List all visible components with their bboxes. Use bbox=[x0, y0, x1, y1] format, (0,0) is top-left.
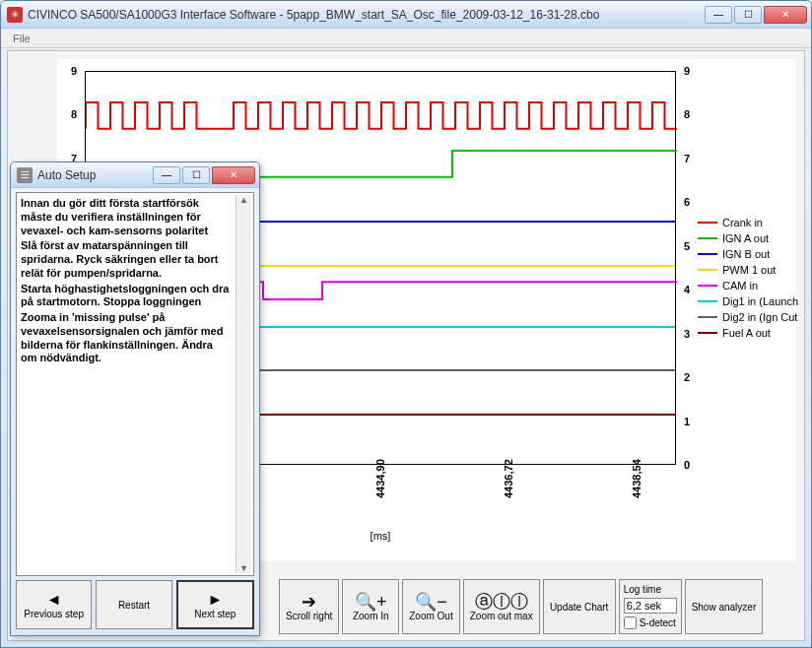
next-step-button[interactable]: ►Next step bbox=[176, 580, 254, 629]
legend-item: PWM 1 out bbox=[698, 264, 796, 276]
main-titlebar[interactable]: ✳ CIVINCO SA500/SA1000G3 Interface Softw… bbox=[1, 1, 811, 29]
menu-file[interactable]: File bbox=[7, 31, 36, 46]
zoom-out-max-button[interactable]: ⓐⓛⓛZoom out max bbox=[463, 579, 540, 634]
arrow-right-icon: ➔ bbox=[302, 593, 316, 611]
app-icon: ✳ bbox=[7, 7, 23, 23]
auto-setup-dialog[interactable]: ☰ Auto Setup — ☐ ✕ Innan du gör ditt för… bbox=[10, 162, 260, 636]
chart-legend: Crank inIGN A outIGN B outPWM 1 outCAM i… bbox=[698, 217, 796, 343]
legend-item: Dig2 in (Ign Cut bbox=[698, 311, 796, 323]
dialog-title: Auto Setup bbox=[37, 168, 151, 182]
zoom-all-icon: ⓐⓛⓛ bbox=[475, 593, 528, 611]
zoom-out-icon: 🔍− bbox=[415, 593, 447, 611]
dialog-body: Innan du gör ditt första startförsök mås… bbox=[16, 192, 254, 576]
restart-button[interactable]: Restart bbox=[96, 580, 171, 629]
menubar: File bbox=[1, 29, 811, 48]
close-button[interactable]: ✕ bbox=[764, 6, 807, 24]
log-time-label: Log time bbox=[624, 584, 677, 595]
window-controls: — ☐ ✕ bbox=[703, 6, 807, 24]
zoom-in-icon: 🔍+ bbox=[355, 593, 387, 611]
legend-item: CAM in bbox=[698, 280, 796, 292]
show-analyzer-button[interactable]: Show analyzer bbox=[685, 579, 764, 634]
legend-item: IGN A out bbox=[698, 232, 796, 244]
minimize-button[interactable]: — bbox=[705, 6, 732, 24]
dialog-maximize-button[interactable]: ☐ bbox=[182, 166, 210, 184]
dialog-icon: ☰ bbox=[17, 167, 33, 183]
previous-step-button[interactable]: ◄Previous step bbox=[16, 580, 92, 629]
legend-item: Dig1 in (Launch bbox=[698, 295, 796, 307]
log-time-input[interactable] bbox=[624, 598, 677, 614]
log-time-group: Log time S-detect bbox=[619, 579, 682, 634]
arrow-left-icon: ◄ bbox=[46, 591, 62, 609]
s-detect-checkbox-label[interactable]: S-detect bbox=[624, 616, 677, 629]
arrow-right-icon: ► bbox=[207, 591, 223, 609]
zoom-in-button[interactable]: 🔍+Zoom In bbox=[342, 579, 399, 634]
dialog-text: Innan du gör ditt första startförsök mås… bbox=[21, 197, 249, 365]
s-detect-checkbox[interactable] bbox=[624, 616, 637, 629]
update-chart-button[interactable]: Update Chart bbox=[543, 579, 616, 634]
legend-item: Crank in bbox=[698, 217, 796, 228]
legend-item: Fuel A out bbox=[698, 327, 796, 339]
dialog-close-button[interactable]: ✕ bbox=[212, 166, 255, 184]
dialog-buttons: ◄Previous step Restart ►Next step bbox=[16, 580, 254, 629]
dialog-scrollbar[interactable] bbox=[236, 195, 251, 573]
legend-item: IGN B out bbox=[698, 248, 796, 260]
dialog-titlebar[interactable]: ☰ Auto Setup — ☐ ✕ bbox=[11, 162, 259, 188]
dialog-minimize-button[interactable]: — bbox=[153, 166, 180, 184]
window-title: CIVINCO SA500/SA1000G3 Interface Softwar… bbox=[28, 8, 703, 22]
maximize-button[interactable]: ☐ bbox=[734, 6, 762, 24]
scroll-right-button[interactable]: ➔Scroll right bbox=[279, 579, 339, 634]
zoom-out-button[interactable]: 🔍−Zoom Out bbox=[402, 579, 459, 634]
